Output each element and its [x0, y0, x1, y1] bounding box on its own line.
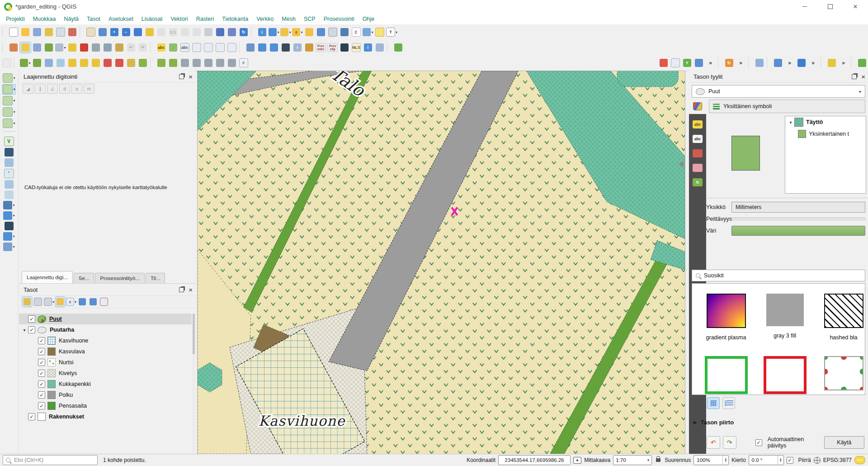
- help-info-button[interactable]: i: [363, 42, 373, 53]
- statistical-summary-button[interactable]: Σ: [351, 27, 362, 38]
- layer-label[interactable]: Kasvihuone: [59, 338, 88, 344]
- auto-apply-checkbox[interactable]: ✓: [755, 439, 762, 446]
- layer-visibility-checkbox[interactable]: ✓: [38, 380, 45, 388]
- toggle-editing-button[interactable]: [20, 42, 31, 53]
- data-grid-button[interactable]: [857, 57, 868, 68]
- processing-toolbox-button[interactable]: [339, 27, 350, 38]
- layer-label[interactable]: Puut: [49, 316, 62, 322]
- layer-label[interactable]: Nurtsi: [59, 359, 74, 366]
- symbol-search-box[interactable]: Suosikit: [692, 270, 865, 281]
- crs-globe-icon[interactable]: [814, 457, 821, 464]
- favorite-red-outline[interactable]: [760, 356, 810, 395]
- styling-tab-3d[interactable]: [691, 147, 704, 159]
- quickmap-button[interactable]: [304, 42, 315, 53]
- menu-ohje[interactable]: Ohje: [359, 14, 378, 24]
- zoom-to-layer-button[interactable]: [144, 27, 155, 38]
- minimize-button[interactable]: [792, 0, 817, 13]
- add-mesh-source-button[interactable]: ▾: [3, 243, 14, 251]
- filter-legend-button[interactable]: [55, 297, 65, 307]
- remove-layer-button[interactable]: [99, 297, 109, 307]
- new-map-view-button[interactable]: [203, 27, 214, 38]
- float-panel-icon[interactable]: [179, 74, 184, 79]
- layer-kivetys[interactable]: ✓ Kivetys: [19, 368, 192, 379]
- paste-features-button[interactable]: [114, 42, 125, 53]
- menu-asetukset[interactable]: Asetukset: [104, 14, 137, 24]
- apply-button[interactable]: Käytä: [824, 436, 864, 449]
- delete-ring-button[interactable]: [102, 57, 113, 68]
- layer-label[interactable]: Puutarha: [50, 327, 74, 333]
- layer-visibility-checkbox[interactable]: ✓: [38, 359, 45, 366]
- menu-mesh[interactable]: Mesh: [278, 14, 300, 24]
- maximize-button[interactable]: [817, 0, 843, 13]
- select-features-button[interactable]: ▾: [280, 27, 291, 38]
- layer-polku[interactable]: ✓ Polku: [19, 390, 192, 400]
- render-checkbox[interactable]: ✓: [787, 457, 793, 464]
- menu-tietokanta[interactable]: Tietokanta: [218, 14, 252, 24]
- digitize-circle-button[interactable]: ▾: [3, 85, 15, 94]
- collapse-all-button[interactable]: [88, 297, 98, 307]
- float-panel-icon[interactable]: [179, 287, 184, 292]
- attribute-table-button[interactable]: [316, 27, 326, 38]
- styling-layer-select[interactable]: Puut ▾: [692, 85, 865, 98]
- reshape-features-button[interactable]: [137, 57, 148, 68]
- merge-attributes-button[interactable]: [191, 57, 202, 68]
- pin-labels-button[interactable]: abc: [179, 42, 190, 53]
- menu-scp[interactable]: SCP: [300, 14, 320, 24]
- add-polygon-feature-button[interactable]: [43, 42, 54, 53]
- new-raster-layer-button[interactable]: [5, 148, 14, 157]
- layer-visibility-checkbox[interactable]: ✓: [38, 337, 45, 344]
- layer-visibility-checkbox[interactable]: ✓: [28, 413, 35, 420]
- styling-tab-diagrams[interactable]: [691, 162, 704, 174]
- change-label-button[interactable]: [226, 42, 237, 53]
- digitize-curve-button[interactable]: ▾: [3, 73, 15, 83]
- add-group-button[interactable]: [33, 297, 43, 307]
- undo-style-button[interactable]: ↶: [707, 436, 720, 449]
- styling-tab-labels[interactable]: abc: [691, 119, 704, 130]
- modify-attributes-button[interactable]: [67, 42, 78, 53]
- symbol-tree-row-fill[interactable]: ▾ Täyttö: [785, 116, 866, 128]
- nls-button[interactable]: NLS: [351, 42, 362, 53]
- symbol-tree-row-simple-fill[interactable]: Yksinkertainen t: [785, 128, 866, 140]
- menu-vektori[interactable]: Vektori: [166, 14, 192, 24]
- favorite-hashed-black[interactable]: hashed bla: [819, 294, 865, 341]
- zoom-out-button[interactable]: −: [121, 27, 132, 38]
- snapping-button[interactable]: [658, 57, 669, 68]
- tab-laajennettu-digitointi[interactable]: Laajennettu digi...: [22, 271, 73, 283]
- toolbar-overflow-2[interactable]: »: [736, 57, 746, 68]
- styling-tab-mask[interactable]: abc: [691, 133, 704, 145]
- toolbar-overflow-5[interactable]: »: [838, 57, 849, 68]
- cad-perpendicular-button[interactable]: d: [59, 84, 70, 94]
- list-view-button[interactable]: [722, 397, 735, 409]
- layer-visibility-checkbox[interactable]: ✓: [38, 348, 45, 355]
- select-by-expression-button[interactable]: ε ▾: [292, 27, 303, 38]
- new-vector-layer-button[interactable]: V: [4, 137, 14, 146]
- refresh-button[interactable]: ↻: [238, 27, 249, 38]
- rotate-label-button[interactable]: [215, 42, 226, 53]
- close-panel-icon[interactable]: ×: [189, 286, 193, 293]
- offset-point-symbols-button[interactable]: [215, 57, 226, 68]
- add-wms-layer-button[interactable]: ▾: [3, 211, 14, 220]
- cad-parallel-button[interactable]: ∠: [47, 84, 58, 94]
- toolbar-overflow-4[interactable]: »: [808, 57, 819, 68]
- group-rakennukset[interactable]: ✓ Rakennukset: [19, 411, 192, 422]
- layer-kasvihuone[interactable]: ✓ Kasvihuone: [19, 335, 192, 346]
- pan-map-button[interactable]: [85, 27, 96, 38]
- zoom-native-button[interactable]: 1:1: [168, 27, 179, 38]
- deselect-features-button[interactable]: [304, 27, 315, 38]
- cad-construction-button[interactable]: ∥: [35, 84, 46, 94]
- tab-tilastot[interactable]: Til...: [146, 273, 165, 283]
- elevation-profile-button[interactable]: [773, 57, 783, 68]
- group-puutarha[interactable]: ▾ ✓ Puutarha: [19, 324, 192, 335]
- messages-icon[interactable]: •••: [854, 456, 865, 464]
- new-project-button[interactable]: [8, 27, 19, 38]
- layer-label[interactable]: Kukkapenkki: [59, 381, 91, 387]
- new-annotation-layer-button[interactable]: ’: [4, 169, 14, 178]
- layer-visibility-checkbox[interactable]: ✓: [38, 391, 45, 399]
- menu-nayta[interactable]: Näytä: [60, 14, 83, 24]
- prev-clip-button[interactable]: Prev clip: [327, 42, 338, 53]
- measure-button[interactable]: ▾: [363, 27, 373, 38]
- topology-lines-button[interactable]: [393, 42, 404, 53]
- topology-button[interactable]: Y: [682, 57, 693, 68]
- layer-label[interactable]: Pensasaita: [59, 403, 87, 409]
- layer-visibility-checkbox[interactable]: ✓: [28, 315, 35, 323]
